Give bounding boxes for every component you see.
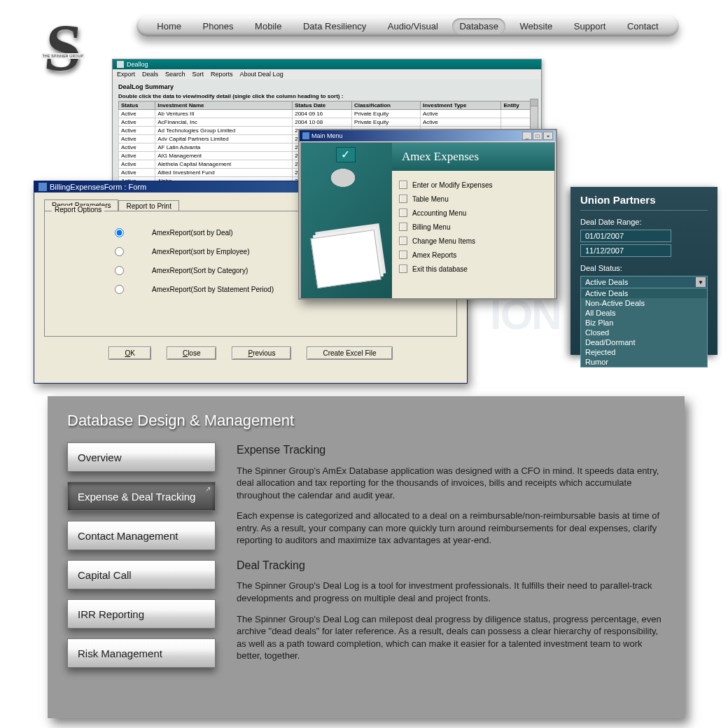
close-icon[interactable]: ×	[543, 132, 553, 140]
billing-button-row: OK Close Previous Create Excel File	[44, 346, 457, 360]
logo-text: THE SPINNER GROUP	[41, 53, 85, 59]
nav-item-phones[interactable]: Phones	[195, 18, 240, 34]
column-header[interactable]: Status Date	[293, 102, 352, 110]
amex-menu-label: Enter or Modify Expenses	[412, 181, 493, 189]
heading-expense-tracking: Expense Tracking	[237, 442, 665, 458]
radio-input[interactable]	[115, 285, 124, 294]
logo-letter: S	[41, 9, 85, 86]
sidebar-item-irr-reporting[interactable]: IRR Reporting	[67, 599, 216, 629]
amex-menu-item[interactable]: Billing Menu	[399, 223, 547, 231]
status-option[interactable]: All Deals	[581, 308, 707, 318]
top-nav: HomePhonesMobileData ResiliencyAudio/Vis…	[136, 15, 679, 36]
status-option[interactable]: Active Deals	[581, 288, 707, 298]
ok-label: K	[130, 349, 135, 357]
radio-label: AmexReport(Sort by Statement Period)	[152, 286, 274, 293]
table-row[interactable]: ActiveAb Ventures III2004 09 16Private E…	[119, 110, 536, 118]
table-cell: Private Equity	[351, 118, 420, 127]
nav-item-support[interactable]: Support	[567, 18, 613, 34]
status-option[interactable]: Closed	[581, 328, 707, 337]
table-cell: Active	[420, 118, 500, 127]
sidebar-item-overview[interactable]: Overview	[67, 442, 216, 472]
amex-window: Main Menu _ □ × Amex Expenses Enter or M…	[298, 129, 557, 300]
radio-input[interactable]	[115, 228, 124, 237]
amex-menu-item[interactable]: Amex Reports	[399, 251, 547, 259]
tab-report-to-print[interactable]: Report to Print	[118, 200, 178, 211]
date-from-field[interactable]: 01/01/2007	[580, 230, 671, 242]
ok-button[interactable]: OK	[108, 346, 150, 360]
menu-item-export[interactable]: Export	[117, 71, 135, 78]
maximize-icon[interactable]: □	[533, 132, 542, 140]
date-to-field[interactable]: 11/12/2007	[580, 244, 671, 257]
amex-menu-label: Change Menu Items	[412, 237, 475, 245]
amex-titlebar: Main Menu _ □ ×	[300, 130, 556, 141]
deallog-titlebar: Deallog	[113, 59, 541, 69]
table-cell: Active	[119, 135, 155, 144]
nav-item-dataresiliency[interactable]: Data Resiliency	[296, 18, 373, 34]
date-range-label: Deal Date Range:	[570, 216, 718, 227]
nav-item-mobile[interactable]: Mobile	[248, 18, 288, 34]
deallog-title-text: Deallog	[127, 61, 148, 68]
menu-item-deals[interactable]: Deals	[142, 71, 158, 78]
close-label: lose	[188, 349, 200, 357]
create-excel-button[interactable]: Create Excel File	[307, 346, 392, 360]
previous-button[interactable]: Previous	[232, 346, 291, 360]
sidebar-item-risk-management[interactable]: Risk Management	[67, 638, 216, 668]
nav-item-home[interactable]: Home	[150, 18, 188, 34]
menu-item-aboutdeallog[interactable]: About Deal Log	[240, 71, 284, 78]
column-header[interactable]: Classification	[351, 102, 420, 110]
amex-title: Amex Expenses	[392, 143, 554, 171]
amex-menu-label: Exit this database	[412, 265, 468, 273]
table-row[interactable]: ActiveAcFinancial, Inc2004 10 08Private …	[119, 118, 536, 127]
radio-input[interactable]	[115, 247, 124, 256]
status-option[interactable]: Rejected	[581, 347, 707, 357]
divider	[580, 210, 708, 211]
column-header[interactable]: Status	[119, 102, 155, 110]
close-button[interactable]: Close	[167, 346, 217, 360]
sidebar-item-capital-call[interactable]: Capital Call	[67, 560, 216, 589]
nav-item-contact[interactable]: Contact	[620, 18, 666, 34]
amex-menu-item[interactable]: Exit this database	[399, 265, 547, 273]
status-option[interactable]: Non-Active Deals	[581, 298, 707, 308]
table-cell: Active	[119, 152, 155, 160]
minimize-icon[interactable]: _	[522, 132, 532, 140]
nav-item-audiovisual[interactable]: Audio/Visual	[381, 18, 445, 34]
deal-status-select[interactable]: Active Deals ▼	[580, 276, 708, 288]
sidebar-item-expense---deal-tracking[interactable]: Expense & Deal Tracking	[67, 482, 216, 511]
radio-input[interactable]	[115, 266, 124, 275]
menu-box-icon	[399, 265, 407, 273]
scrollbar-up-icon[interactable]	[531, 99, 538, 106]
amex-menu-item[interactable]: Enter or Modify Expenses	[399, 181, 547, 189]
status-option[interactable]: Dead/Dormant	[581, 337, 707, 347]
nav-item-website[interactable]: Website	[513, 18, 560, 34]
status-option[interactable]: Rumor	[581, 357, 707, 367]
amex-header-text: Main Menu	[312, 132, 343, 139]
amex-menu-item[interactable]: Accounting Menu	[399, 209, 547, 217]
sidebar: OverviewExpense & Deal TrackingContact M…	[67, 442, 216, 671]
radio-label: AmexReport(Sort by Category)	[152, 267, 248, 274]
nav-item-database[interactable]: Database	[452, 18, 505, 34]
paragraph: The Spinner Group's Deal Log can milepos…	[237, 613, 665, 662]
column-header[interactable]: Investment Type	[420, 102, 500, 110]
table-cell: Ab Ventures III	[155, 110, 293, 118]
chevron-down-icon[interactable]: ▼	[696, 277, 706, 287]
amex-menu-label: Accounting Menu	[412, 209, 466, 217]
sidebar-item-contact-management[interactable]: Contact Management	[67, 521, 216, 550]
logo: S THE SPINNER GROUP	[28, 6, 98, 90]
table-cell: Active	[119, 160, 155, 169]
billing-title-text: BillingExpensesForm : Form	[50, 183, 146, 191]
union-partners-panel: Union Partners Deal Date Range: 01/01/20…	[570, 187, 718, 355]
content-text: Expense Tracking The Spinner Group's AmE…	[237, 442, 665, 671]
menu-box-icon	[399, 223, 407, 231]
menu-item-reports[interactable]: Reports	[211, 71, 233, 78]
amex-menu-item[interactable]: Change Menu Items	[399, 237, 547, 245]
radio-label: AmexReport(sort by Employee)	[152, 248, 250, 255]
menu-item-sort[interactable]: Sort	[192, 71, 204, 78]
table-cell: AF Latin Advanta	[155, 144, 293, 152]
status-option[interactable]: Biz Plan	[581, 318, 707, 328]
column-header[interactable]: Investment Name	[155, 102, 293, 110]
amex-menu-label: Table Menu	[412, 195, 449, 203]
menu-item-search[interactable]: Search	[165, 71, 186, 78]
deallog-instruction: Double click the data to view/modify det…	[118, 93, 536, 99]
amex-menu-item[interactable]: Table Menu	[399, 195, 547, 203]
heading-deal-tracking: Deal Tracking	[237, 558, 665, 573]
